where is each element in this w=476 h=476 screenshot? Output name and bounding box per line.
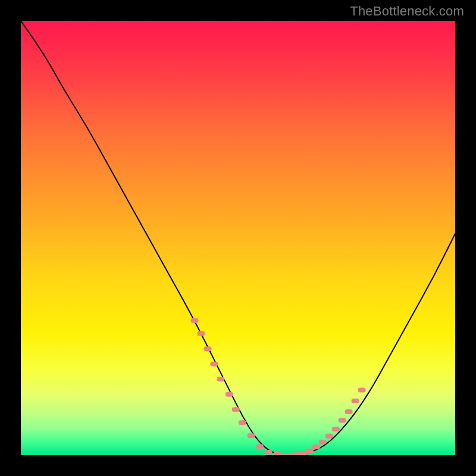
data-marker [339,418,346,423]
data-marker [197,331,205,336]
data-marker [256,444,264,449]
data-marker [217,377,224,381]
data-marker [190,318,198,323]
plot-area [21,21,455,455]
data-marker [232,407,240,412]
data-marker [319,440,327,444]
data-marker [239,420,246,425]
data-markers-group [190,318,365,455]
chart-svg [21,21,455,455]
data-marker [203,346,211,351]
data-marker [345,409,353,414]
data-marker [210,362,218,367]
data-marker [265,450,273,455]
data-marker [332,427,340,431]
credit-text: TheBottleneck.com [350,4,464,19]
data-marker [358,387,365,392]
data-marker [247,433,255,438]
data-marker [312,444,320,449]
data-marker [226,392,233,397]
data-marker [352,399,359,403]
chart-stage: TheBottleneck.com [0,0,476,476]
data-marker [325,434,333,439]
bottleneck-curve-path [21,21,455,455]
data-marker [299,451,307,455]
data-marker [306,449,314,453]
